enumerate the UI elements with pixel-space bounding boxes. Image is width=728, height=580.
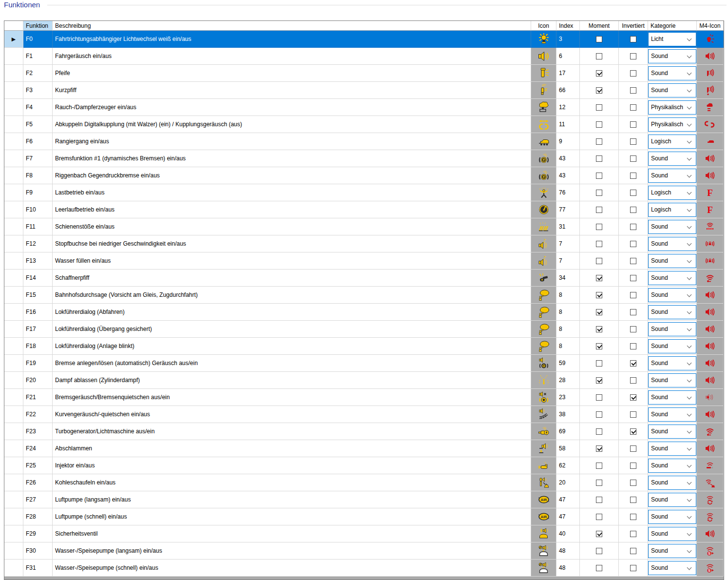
kategorie-select[interactable]: Sound <box>648 169 696 183</box>
row-selector[interactable] <box>4 235 23 252</box>
row-selector[interactable] <box>4 304 23 321</box>
invertiert-checkbox[interactable] <box>630 87 636 94</box>
row-selector[interactable] <box>4 389 23 406</box>
m4-icon-cell[interactable] <box>697 184 724 201</box>
moment-checkbox[interactable] <box>596 224 602 230</box>
invertiert-cell[interactable] <box>619 389 648 406</box>
invertiert-checkbox[interactable] <box>630 138 636 145</box>
m4-icon-cell[interactable] <box>697 287 724 304</box>
col-header-moment[interactable]: Moment <box>580 21 619 31</box>
moment-checkbox[interactable] <box>596 53 602 59</box>
icon-cell[interactable] <box>531 508 556 525</box>
m4-icon-cell[interactable] <box>697 560 724 577</box>
m4-icon-cell[interactable] <box>697 167 724 184</box>
invertiert-cell[interactable] <box>619 31 648 48</box>
invertiert-cell[interactable] <box>619 542 648 560</box>
funktion-cell[interactable]: F14 <box>23 270 53 287</box>
index-cell[interactable]: 3 <box>556 31 580 48</box>
invertiert-cell[interactable] <box>619 99 648 116</box>
funktion-cell[interactable]: F20 <box>23 372 53 389</box>
beschreibung-cell[interactable]: Fahrtrichtungsabhängiger Lichtwechsel we… <box>53 31 531 48</box>
funktion-cell[interactable]: F27 <box>23 491 53 508</box>
funktion-cell[interactable]: F7 <box>23 150 53 167</box>
index-cell[interactable]: 23 <box>556 389 580 406</box>
invertiert-cell[interactable] <box>619 491 648 508</box>
m4-icon-cell[interactable] <box>697 31 724 48</box>
icon-cell[interactable] <box>531 184 556 201</box>
invertiert-checkbox[interactable] <box>630 173 636 179</box>
moment-checkbox[interactable] <box>596 428 602 435</box>
m4-icon-cell[interactable] <box>697 372 724 389</box>
kategorie-select[interactable]: Sound <box>648 390 696 405</box>
index-cell[interactable]: 6 <box>556 48 580 65</box>
invertiert-checkbox[interactable] <box>630 155 636 162</box>
row-selector[interactable]: ▶ <box>4 31 23 48</box>
funktion-cell[interactable]: F22 <box>23 406 53 423</box>
index-cell[interactable]: 40 <box>556 525 580 542</box>
moment-cell[interactable] <box>580 423 619 440</box>
index-cell[interactable]: 11 <box>556 116 580 133</box>
index-cell[interactable]: 8 <box>556 287 580 304</box>
beschreibung-cell[interactable]: Lokführerdialog (Übergang gesichert) <box>53 321 531 338</box>
moment-cell[interactable] <box>580 321 619 338</box>
row-selector[interactable] <box>4 201 23 218</box>
row-selector[interactable] <box>4 252 23 270</box>
funktion-cell[interactable]: F0 <box>23 31 53 48</box>
beschreibung-cell[interactable]: Pfeife <box>53 65 531 82</box>
icon-cell[interactable] <box>531 423 556 440</box>
funktion-cell[interactable]: F31 <box>23 560 53 577</box>
moment-checkbox[interactable] <box>596 190 602 196</box>
col-header-index[interactable]: Index <box>556 21 580 31</box>
row-selector[interactable] <box>4 48 23 65</box>
moment-cell[interactable] <box>580 184 619 201</box>
beschreibung-cell[interactable]: Wasser-/Speisepumpe (langsam) ein/aus <box>53 542 531 560</box>
invertiert-cell[interactable] <box>619 48 648 65</box>
index-cell[interactable]: 34 <box>556 270 580 287</box>
moment-cell[interactable] <box>580 491 619 508</box>
invertiert-cell[interactable] <box>619 355 648 372</box>
row-selector[interactable] <box>4 406 23 423</box>
beschreibung-cell[interactable]: Abkuppeln Digitalkupplung (mit Walzer) (… <box>53 116 531 133</box>
invertiert-cell[interactable] <box>619 406 648 423</box>
moment-checkbox[interactable] <box>596 548 602 554</box>
funktion-cell[interactable]: F1 <box>23 48 53 65</box>
icon-cell[interactable] <box>531 321 556 338</box>
funktion-cell[interactable]: F25 <box>23 457 53 474</box>
funktion-cell[interactable]: F21 <box>23 389 53 406</box>
index-cell[interactable]: 9 <box>556 133 580 150</box>
icon-cell[interactable] <box>531 235 556 252</box>
moment-checkbox[interactable] <box>596 155 602 162</box>
m4-icon-cell[interactable] <box>697 321 724 338</box>
funktion-cell[interactable]: F18 <box>23 338 53 355</box>
beschreibung-cell[interactable]: Dampf ablassen (Zylinderdampf) <box>53 372 531 389</box>
icon-cell[interactable] <box>531 99 556 116</box>
index-cell[interactable]: 48 <box>556 542 580 560</box>
funktion-cell[interactable]: F29 <box>23 525 53 542</box>
moment-cell[interactable] <box>580 235 619 252</box>
kategorie-select[interactable]: Sound <box>648 288 696 302</box>
row-selector[interactable] <box>4 133 23 150</box>
row-selector[interactable] <box>4 423 23 440</box>
col-header-icon[interactable]: Icon <box>531 21 556 31</box>
index-cell[interactable]: 8 <box>556 321 580 338</box>
moment-checkbox[interactable] <box>596 480 602 486</box>
beschreibung-cell[interactable]: Fahrgeräusch ein/aus <box>53 48 531 65</box>
invertiert-cell[interactable] <box>619 423 648 440</box>
m4-icon-cell[interactable] <box>697 542 724 560</box>
moment-cell[interactable] <box>580 508 619 525</box>
icon-cell[interactable] <box>531 542 556 560</box>
invertiert-cell[interactable] <box>619 457 648 474</box>
icon-cell[interactable] <box>531 201 556 218</box>
icon-cell[interactable] <box>531 560 556 577</box>
moment-cell[interactable] <box>580 355 619 372</box>
funktion-cell[interactable]: F23 <box>23 423 53 440</box>
row-selector[interactable] <box>4 99 23 116</box>
kategorie-select[interactable]: Sound <box>648 152 696 166</box>
moment-cell[interactable] <box>580 406 619 423</box>
row-selector[interactable] <box>4 270 23 287</box>
icon-cell[interactable] <box>531 372 556 389</box>
beschreibung-cell[interactable]: Luftpumpe (schnell) ein/aus <box>53 508 531 525</box>
index-cell[interactable]: 69 <box>556 423 580 440</box>
row-selector[interactable] <box>4 560 23 577</box>
beschreibung-cell[interactable]: Bahnhofsdurchsage (Vorsicht am Gleis, Zu… <box>53 287 531 304</box>
